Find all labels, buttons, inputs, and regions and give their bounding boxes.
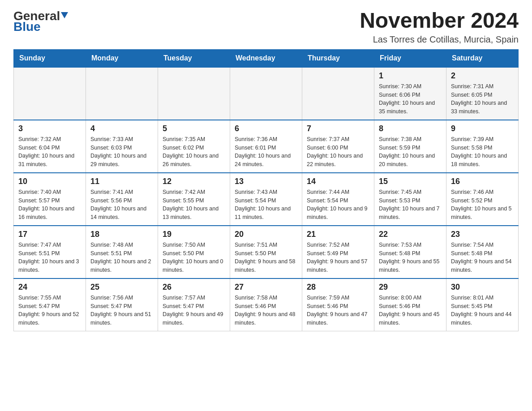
day-info: Sunrise: 7:51 AMSunset: 5:50 PMDaylight:… [235, 241, 297, 274]
day-info: Sunrise: 7:35 AMSunset: 6:02 PMDaylight:… [163, 135, 225, 169]
day-info: Sunrise: 7:55 AMSunset: 5:47 PMDaylight:… [18, 294, 81, 327]
day-number: 17 [18, 230, 81, 239]
logo: General Blue [13, 9, 68, 34]
calendar-cell: 4Sunrise: 7:33 AMSunset: 6:03 PMDaylight… [86, 120, 158, 173]
calendar-cell: 24Sunrise: 7:55 AMSunset: 5:47 PMDayligh… [14, 278, 86, 331]
calendar-cell: 28Sunrise: 7:59 AMSunset: 5:46 PMDayligh… [302, 278, 374, 331]
calendar-cell: 30Sunrise: 8:01 AMSunset: 5:45 PMDayligh… [446, 278, 519, 331]
day-info: Sunrise: 7:57 AMSunset: 5:47 PMDaylight:… [163, 294, 225, 327]
day-number: 12 [163, 177, 225, 186]
calendar-cell: 17Sunrise: 7:47 AMSunset: 5:51 PMDayligh… [14, 226, 86, 278]
calendar-cell: 13Sunrise: 7:43 AMSunset: 5:54 PMDayligh… [230, 173, 302, 226]
calendar-title: November 2024 [360, 9, 519, 33]
day-info: Sunrise: 7:41 AMSunset: 5:56 PMDaylight:… [90, 188, 153, 222]
day-number: 10 [18, 177, 81, 186]
calendar-cell: 12Sunrise: 7:42 AMSunset: 5:55 PMDayligh… [158, 173, 230, 226]
day-number: 8 [379, 124, 442, 133]
calendar-cell: 29Sunrise: 8:00 AMSunset: 5:46 PMDayligh… [374, 278, 446, 331]
calendar-cell: 9Sunrise: 7:39 AMSunset: 5:58 PMDaylight… [446, 120, 519, 173]
day-info: Sunrise: 7:36 AMSunset: 6:01 PMDaylight:… [235, 135, 297, 169]
day-number: 27 [235, 283, 297, 292]
calendar-cell: 18Sunrise: 7:48 AMSunset: 5:51 PMDayligh… [86, 226, 158, 278]
day-number: 20 [235, 230, 297, 239]
calendar-cell: 7Sunrise: 7:37 AMSunset: 6:00 PMDaylight… [302, 120, 374, 173]
calendar-cell: 16Sunrise: 7:46 AMSunset: 5:52 PMDayligh… [446, 173, 519, 226]
calendar-cell: 27Sunrise: 7:58 AMSunset: 5:46 PMDayligh… [230, 278, 302, 331]
day-header-friday: Friday [374, 49, 446, 67]
calendar-cell [302, 67, 374, 120]
calendar-cell: 25Sunrise: 7:56 AMSunset: 5:47 PMDayligh… [86, 278, 158, 331]
day-number: 18 [90, 230, 153, 239]
day-info: Sunrise: 7:53 AMSunset: 5:48 PMDaylight:… [379, 241, 442, 274]
day-number: 22 [379, 230, 442, 239]
day-number: 6 [235, 124, 297, 133]
calendar-cell: 14Sunrise: 7:44 AMSunset: 5:54 PMDayligh… [302, 173, 374, 226]
day-number: 14 [307, 177, 369, 186]
logo-blue-text: Blue [13, 20, 41, 34]
calendar-cell: 21Sunrise: 7:52 AMSunset: 5:49 PMDayligh… [302, 226, 374, 278]
calendar-cell [158, 67, 230, 120]
day-number: 1 [379, 71, 442, 81]
day-header-monday: Monday [86, 49, 158, 67]
calendar-week-5: 24Sunrise: 7:55 AMSunset: 5:47 PMDayligh… [14, 278, 519, 331]
calendar-cell: 2Sunrise: 7:31 AMSunset: 6:05 PMDaylight… [446, 67, 519, 120]
day-number: 7 [307, 124, 369, 133]
day-number: 2 [451, 71, 514, 81]
day-header-saturday: Saturday [446, 49, 519, 67]
day-number: 26 [163, 283, 225, 292]
day-info: Sunrise: 7:32 AMSunset: 6:04 PMDaylight:… [18, 135, 81, 169]
day-info: Sunrise: 7:56 AMSunset: 5:47 PMDaylight:… [90, 294, 153, 327]
title-block: November 2024 Las Torres de Cotillas, Mu… [360, 9, 519, 45]
calendar-week-1: 1Sunrise: 7:30 AMSunset: 6:06 PMDaylight… [14, 67, 519, 120]
calendar-cell: 6Sunrise: 7:36 AMSunset: 6:01 PMDaylight… [230, 120, 302, 173]
calendar-week-2: 3Sunrise: 7:32 AMSunset: 6:04 PMDaylight… [14, 120, 519, 173]
calendar-cell: 19Sunrise: 7:50 AMSunset: 5:50 PMDayligh… [158, 226, 230, 278]
calendar-table: SundayMondayTuesdayWednesdayThursdayFrid… [13, 49, 519, 331]
day-header-wednesday: Wednesday [230, 49, 302, 67]
calendar-cell: 3Sunrise: 7:32 AMSunset: 6:04 PMDaylight… [14, 120, 86, 173]
day-info: Sunrise: 8:00 AMSunset: 5:46 PMDaylight:… [379, 294, 442, 327]
day-header-thursday: Thursday [302, 49, 374, 67]
day-info: Sunrise: 7:46 AMSunset: 5:52 PMDaylight:… [451, 188, 514, 222]
logo-triangle-icon [61, 12, 68, 18]
day-info: Sunrise: 7:44 AMSunset: 5:54 PMDaylight:… [307, 188, 369, 222]
day-info: Sunrise: 7:47 AMSunset: 5:51 PMDaylight:… [18, 241, 81, 274]
day-info: Sunrise: 7:31 AMSunset: 6:05 PMDaylight:… [451, 82, 514, 116]
day-info: Sunrise: 7:52 AMSunset: 5:49 PMDaylight:… [307, 241, 369, 274]
day-info: Sunrise: 8:01 AMSunset: 5:45 PMDaylight:… [451, 294, 514, 327]
calendar-header-row: SundayMondayTuesdayWednesdayThursdayFrid… [14, 49, 519, 67]
calendar-cell [230, 67, 302, 120]
day-info: Sunrise: 7:50 AMSunset: 5:50 PMDaylight:… [163, 241, 225, 274]
calendar-cell: 26Sunrise: 7:57 AMSunset: 5:47 PMDayligh… [158, 278, 230, 331]
day-info: Sunrise: 7:59 AMSunset: 5:46 PMDaylight:… [307, 294, 369, 327]
calendar-cell: 5Sunrise: 7:35 AMSunset: 6:02 PMDaylight… [158, 120, 230, 173]
day-header-sunday: Sunday [14, 49, 86, 67]
day-number: 16 [451, 177, 514, 186]
day-info: Sunrise: 7:33 AMSunset: 6:03 PMDaylight:… [90, 135, 153, 169]
day-info: Sunrise: 7:45 AMSunset: 5:53 PMDaylight:… [379, 188, 442, 222]
day-number: 3 [18, 124, 81, 133]
day-number: 11 [90, 177, 153, 186]
day-info: Sunrise: 7:38 AMSunset: 5:59 PMDaylight:… [379, 135, 442, 169]
day-header-tuesday: Tuesday [158, 49, 230, 67]
calendar-cell: 20Sunrise: 7:51 AMSunset: 5:50 PMDayligh… [230, 226, 302, 278]
calendar-cell: 8Sunrise: 7:38 AMSunset: 5:59 PMDaylight… [374, 120, 446, 173]
day-number: 29 [379, 283, 442, 292]
day-info: Sunrise: 7:42 AMSunset: 5:55 PMDaylight:… [163, 188, 225, 222]
day-number: 23 [451, 230, 514, 239]
day-number: 30 [451, 283, 514, 292]
day-info: Sunrise: 7:39 AMSunset: 5:58 PMDaylight:… [451, 135, 514, 169]
day-info: Sunrise: 7:40 AMSunset: 5:57 PMDaylight:… [18, 188, 81, 222]
calendar-cell: 1Sunrise: 7:30 AMSunset: 6:06 PMDaylight… [374, 67, 446, 120]
calendar-cell: 10Sunrise: 7:40 AMSunset: 5:57 PMDayligh… [14, 173, 86, 226]
day-info: Sunrise: 7:43 AMSunset: 5:54 PMDaylight:… [235, 188, 297, 222]
day-info: Sunrise: 7:48 AMSunset: 5:51 PMDaylight:… [90, 241, 153, 274]
day-number: 13 [235, 177, 297, 186]
calendar-week-3: 10Sunrise: 7:40 AMSunset: 5:57 PMDayligh… [14, 173, 519, 226]
calendar-cell: 22Sunrise: 7:53 AMSunset: 5:48 PMDayligh… [374, 226, 446, 278]
calendar-subtitle: Las Torres de Cotillas, Murcia, Spain [360, 34, 519, 45]
day-number: 15 [379, 177, 442, 186]
day-number: 28 [307, 283, 369, 292]
calendar-cell: 23Sunrise: 7:54 AMSunset: 5:48 PMDayligh… [446, 226, 519, 278]
calendar-cell [14, 67, 86, 120]
